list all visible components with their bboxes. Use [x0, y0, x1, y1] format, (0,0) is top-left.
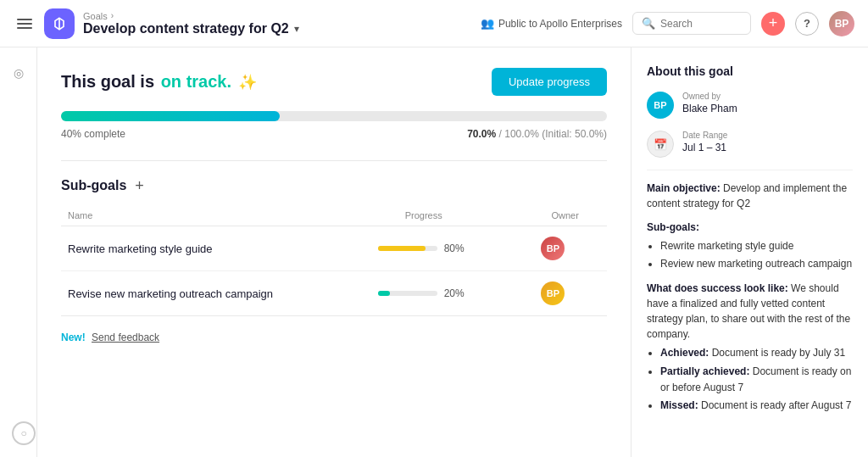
- topnav-right: 👥 Public to Apollo Enterprises 🔍 + ? BP: [481, 11, 854, 36]
- progress-close: ): [604, 128, 607, 140]
- subgoals-section: Sub-goals: Rewrite marketing style guide…: [647, 220, 853, 272]
- breadcrumb-label[interactable]: Goals: [83, 11, 108, 21]
- page-title: Develop content strategy for Q2: [83, 21, 289, 36]
- progress-labels: 40% complete 70.0% / 100.0% (Initial: 50…: [61, 128, 607, 140]
- main-objective-section: Main objective: Develop and implement th…: [647, 181, 853, 211]
- avatar[interactable]: BP: [829, 11, 854, 36]
- calendar-icon: 📅: [647, 131, 674, 158]
- add-button[interactable]: +: [761, 12, 785, 36]
- on-track-label: on track.: [161, 72, 231, 91]
- date-value: Jul 1 – 31: [682, 142, 727, 153]
- main-objective-label: Main objective:: [647, 182, 721, 194]
- date-info: Date Range Jul 1 – 31: [682, 131, 727, 153]
- search-icon: 🔍: [642, 17, 655, 30]
- mini-bar-fill-1: [378, 246, 426, 251]
- feedback-link[interactable]: Send feedback: [92, 332, 159, 343]
- update-progress-button[interactable]: Update progress: [492, 68, 607, 96]
- owner-avatar-1: BP: [541, 237, 565, 260]
- sidebar-left: ◎: [0, 47, 37, 457]
- date-label: Date Range: [682, 131, 727, 140]
- list-item: Achieved: Document is ready by July 31: [660, 345, 853, 361]
- mini-bar-bg-1: [378, 246, 437, 251]
- achieved-label: Achieved:: [660, 347, 709, 359]
- owner-avatar-icon: BP: [647, 92, 674, 119]
- subgoal-name-1[interactable]: Rewrite marketing style guide: [68, 242, 213, 255]
- topnav-left: Goals › Develop content strategy for Q2 …: [14, 8, 299, 39]
- achieved-text: Document is ready by July 31: [712, 347, 845, 359]
- success-list: Achieved: Document is ready by July 31 P…: [647, 345, 853, 414]
- panel-divider-1: [647, 170, 853, 170]
- table-header-row: Name Progress Owner: [61, 205, 607, 226]
- owner-label: Owned by: [682, 92, 737, 101]
- progress-percent-label: 40% complete: [61, 128, 125, 140]
- progress-bar-bg: [61, 111, 607, 121]
- list-item: Review new marketing outreach campaign: [660, 256, 853, 272]
- list-item: Missed: Document is ready after August 7: [660, 398, 853, 414]
- progress-bar-fill: [61, 111, 280, 121]
- breadcrumb-arrow-icon: ›: [111, 11, 114, 20]
- panel-subgoals-label: Sub-goals:: [647, 221, 699, 233]
- progress-values: 70.0% / 100.0% (Initial: 50.0%): [467, 128, 607, 140]
- breadcrumb-area: Goals › Develop content strategy for Q2 …: [83, 11, 299, 36]
- progress-cell-1: 80%: [378, 242, 528, 254]
- subgoals-table: Name Progress Owner Rewrite marketing st…: [61, 205, 607, 316]
- sparkle-icon: ✨: [238, 74, 257, 91]
- pct-label-1: 80%: [444, 242, 470, 254]
- success-section: What does success look like: We should h…: [647, 281, 853, 414]
- goal-status-row: This goal is on track. ✨ Update progress: [61, 68, 607, 96]
- list-item: Partially achieved: Document is ready on…: [660, 364, 853, 396]
- owner-avatar-2: BP: [541, 281, 565, 305]
- users-icon: 👥: [481, 17, 494, 30]
- table-row: Rewrite marketing style guide 80% BP: [61, 226, 607, 271]
- table-row: Revise new marketing outreach campaign 2…: [61, 271, 607, 316]
- progress-cell-2: 20%: [378, 287, 528, 299]
- missed-text: Document is ready after August 7: [701, 399, 851, 411]
- app-logo: [44, 8, 75, 39]
- panel-subgoals-list: Rewrite marketing style guide Review new…: [647, 238, 853, 272]
- col-header-name: Name: [61, 205, 371, 226]
- feedback-row: New! Send feedback: [61, 332, 607, 343]
- goal-status-text: This goal is on track. ✨: [61, 72, 257, 92]
- page-title-row: Develop content strategy for Q2 ▾: [83, 21, 299, 36]
- owner-name: Blake Pham: [682, 103, 737, 114]
- content-area: This goal is on track. ✨ Update progress…: [37, 47, 631, 457]
- progress-section: 40% complete 70.0% / 100.0% (Initial: 50…: [61, 111, 607, 140]
- new-badge: New!: [61, 332, 86, 343]
- owner-cell-2: BP: [541, 281, 600, 305]
- mini-bar-fill-2: [378, 291, 390, 296]
- visibility-label: Public to Apollo Enterprises: [498, 18, 622, 30]
- progress-initial-val: Initial: 50.0%: [545, 128, 604, 140]
- col-header-progress: Progress: [371, 205, 535, 226]
- owner-cell-1: BP: [541, 237, 600, 260]
- subgoal-name-2[interactable]: Revise new marketing outreach campaign: [68, 287, 273, 300]
- search-input[interactable]: [660, 18, 737, 30]
- mini-bar-bg-2: [378, 291, 437, 296]
- pct-label-2: 20%: [444, 287, 470, 299]
- breadcrumb: Goals ›: [83, 11, 299, 21]
- add-subgoal-button[interactable]: +: [133, 178, 146, 193]
- partial-label: Partially achieved:: [660, 365, 749, 377]
- hamburger-icon[interactable]: [14, 15, 36, 32]
- list-item: Rewrite marketing style guide: [660, 238, 853, 254]
- owner-row: BP Owned by Blake Pham: [647, 92, 853, 119]
- help-button[interactable]: ?: [795, 12, 819, 36]
- progress-total: 100.0%: [504, 128, 539, 140]
- topnav: Goals › Develop content strategy for Q2 …: [0, 0, 868, 47]
- search-bar: 🔍: [632, 12, 751, 35]
- bottom-circle-icon[interactable]: ○: [12, 421, 36, 445]
- success-label: What does success look like:: [647, 282, 788, 294]
- subgoals-header: Sub-goals +: [61, 178, 607, 193]
- owner-info: Owned by Blake Pham: [682, 92, 737, 114]
- divider: [61, 160, 607, 161]
- visibility-badge: 👥 Public to Apollo Enterprises: [481, 17, 622, 30]
- subgoals-title: Sub-goals: [61, 178, 126, 193]
- sidebar-icon-circle[interactable]: ◎: [7, 61, 31, 85]
- chevron-down-icon[interactable]: ▾: [294, 23, 299, 35]
- panel-title: About this goal: [647, 64, 853, 78]
- progress-current: 70.0%: [467, 128, 496, 140]
- col-header-owner: Owner: [534, 205, 607, 226]
- right-panel: About this goal BP Owned by Blake Pham 📅…: [631, 47, 868, 457]
- status-prefix: This goal is: [61, 72, 154, 91]
- main-layout: ◎ This goal is on track. ✨ Update progre…: [0, 47, 868, 457]
- date-range-row: 📅 Date Range Jul 1 – 31: [647, 131, 853, 158]
